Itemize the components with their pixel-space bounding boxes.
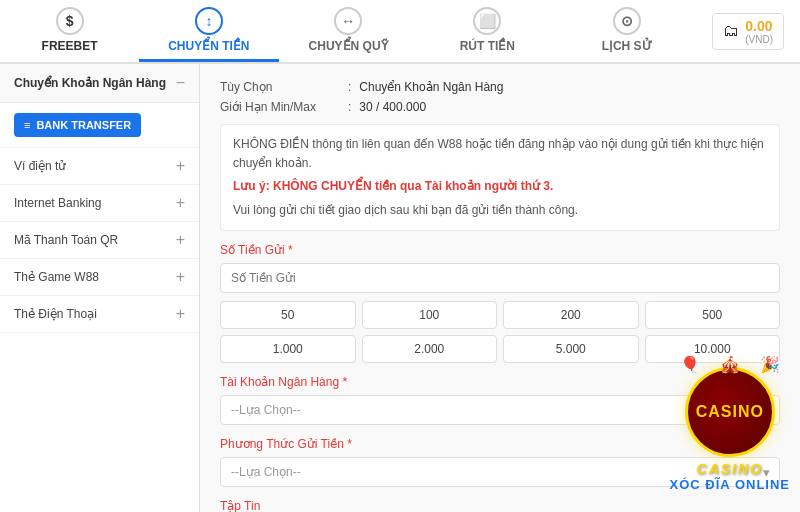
internet-banking-expand-icon: + [176,194,185,212]
tuy-chon-label: Tùy Chọn [220,80,340,94]
chuyen-quy-icon: ↔ [334,7,362,35]
sidebar: Chuyển Khoản Ngân Hàng − ≡ BANK TRANSFER… [0,64,200,512]
sidebar-section-bank[interactable]: Chuyển Khoản Ngân Hàng − [0,64,199,103]
tai-khoan-select[interactable]: --Lựa Chọn-- [220,395,780,425]
ma-qr-label: Mã Thanh Toán QR [14,233,118,247]
top-nav: $ FREEBET ↕ CHUYỂN TIỀN ↔ CHUYỂN QUỸ ⬜ R… [0,0,800,64]
content-area: Tùy Chọn : Chuyển Khoản Ngân Hàng Giới H… [200,64,800,512]
freebet-label: FREEBET [42,39,98,53]
notice-text: KHÔNG ĐIỀN thông tin liên quan đến W88 h… [233,135,767,173]
phuong-thuc-select[interactable]: --Lựa Chọn-- [220,457,780,487]
bank-transfer-item[interactable]: ≡ BANK TRANSFER [0,103,199,148]
nav-chuyen-quy[interactable]: ↔ CHUYỂN QUỸ [279,0,418,62]
phuong-thuc-label: Phương Thức Gửi Tiền * [220,437,780,451]
nav-chuyen-tien[interactable]: ↕ CHUYỂN TIỀN [139,0,278,62]
vi-dien-tu-label: Ví điện tử [14,159,66,173]
tai-khoan-select-wrapper: --Lựa Chọn-- [220,395,780,425]
phuong-thuc-select-wrapper: --Lựa Chọn-- [220,457,780,487]
wallet-icon: 🗂 [723,22,739,40]
sidebar-item-the-dien-thoai[interactable]: Thẻ Điện Thoại + [0,296,199,333]
sidebar-item-ma-qr[interactable]: Mã Thanh Toán QR + [0,222,199,259]
notice-warning: Lưu ý: KHÔNG CHUYỂN tiền qua Tài khoản n… [233,177,767,196]
gioi-han-row: Giới Hạn Min/Max : 30 / 400.000 [220,100,780,114]
notice-box: KHÔNG ĐIỀN thông tin liên quan đến W88 h… [220,124,780,231]
bank-transfer-label: BANK TRANSFER [36,119,131,131]
balance-box: 🗂 0.00 (VND) [712,13,784,50]
the-game-expand-icon: + [176,268,185,286]
lich-su-label: LỊCH SỬ [602,39,652,53]
vi-dien-tu-expand-icon: + [176,157,185,175]
tap-tin-label: Tập Tin [220,499,780,512]
gioi-han-label: Giới Hạn Min/Max [220,100,340,114]
amount-btn-10000[interactable]: 10.000 [645,335,781,363]
balance-amount: 0.00 [745,18,773,34]
tuy-chon-value: Chuyển Khoản Ngân Hàng [359,80,503,94]
amount-btn-200[interactable]: 200 [503,301,639,329]
sidebar-collapse-icon: − [176,74,185,92]
tai-khoan-label: Tài Khoản Ngân Hàng * [220,375,780,389]
internet-banking-label: Internet Banking [14,196,101,210]
tuy-chon-sep: : [348,80,351,94]
sidebar-item-internet-banking[interactable]: Internet Banking + [0,185,199,222]
balance-area: 🗂 0.00 (VND) [696,0,800,62]
balance-currency: (VND) [745,34,773,45]
notice-footer: Vui lòng gửi chi tiết giao dịch sau khi … [233,201,767,220]
chuyen-quy-label: CHUYỂN QUỸ [309,39,388,53]
main-layout: Chuyển Khoản Ngân Hàng − ≡ BANK TRANSFER… [0,64,800,512]
so-tien-label: Số Tiền Gửi * [220,243,780,257]
ma-qr-expand-icon: + [176,231,185,249]
gioi-han-sep: : [348,100,351,114]
sidebar-item-the-game[interactable]: Thẻ Game W88 + [0,259,199,296]
sidebar-section-label: Chuyển Khoản Ngân Hàng [14,76,166,90]
amount-btn-1000[interactable]: 1.000 [220,335,356,363]
tuy-chon-row: Tùy Chọn : Chuyển Khoản Ngân Hàng [220,80,780,94]
amount-btn-50[interactable]: 50 [220,301,356,329]
the-dien-thoai-label: Thẻ Điện Thoại [14,307,97,321]
amount-btn-100[interactable]: 100 [362,301,498,329]
the-game-label: Thẻ Game W88 [14,270,99,284]
bank-prefix-icon: ≡ [24,119,30,131]
amount-buttons-grid: 50 100 200 500 1.000 2.000 5.000 10.000 [220,301,780,363]
the-dien-thoai-expand-icon: + [176,305,185,323]
amount-btn-2000[interactable]: 2.000 [362,335,498,363]
rut-tien-icon: ⬜ [473,7,501,35]
gioi-han-value: 30 / 400.000 [359,100,426,114]
lich-su-icon: ⊙ [613,7,641,35]
amount-btn-5000[interactable]: 5.000 [503,335,639,363]
freebet-icon: $ [56,7,84,35]
so-tien-input[interactable] [220,263,780,293]
nav-rut-tien[interactable]: ⬜ RÚT TIỀN [418,0,557,62]
sidebar-item-vi-dien-tu[interactable]: Ví điện tử + [0,148,199,185]
amount-btn-500[interactable]: 500 [645,301,781,329]
rut-tien-label: RÚT TIỀN [460,39,515,53]
nav-lich-su[interactable]: ⊙ LỊCH SỬ [557,0,696,62]
chuyen-tien-label: CHUYỂN TIỀN [168,39,249,53]
bank-transfer-badge: ≡ BANK TRANSFER [14,113,141,137]
nav-freebet[interactable]: $ FREEBET [0,0,139,62]
chuyen-tien-icon: ↕ [195,7,223,35]
